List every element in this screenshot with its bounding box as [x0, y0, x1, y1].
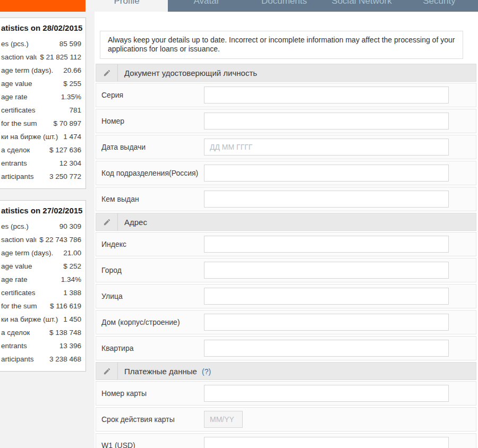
field-label: Номер — [96, 117, 204, 125]
tab-documents[interactable]: Documents — [245, 0, 323, 12]
stat-row: certificates 1 388 — [1, 286, 81, 299]
section-title-wrap: Платежные данные (?) — [118, 367, 211, 376]
stat-value: 3 250 772 — [46, 173, 81, 180]
stat-value: $ 127 636 — [46, 146, 81, 154]
field-label: Квартира — [96, 344, 204, 352]
dom-input[interactable] — [204, 314, 449, 331]
stat-row: articipants 3 250 772 — [1, 170, 81, 183]
help-link[interactable]: (?) — [202, 367, 211, 376]
kem-vydan-input[interactable] — [204, 191, 449, 208]
tab-avatar[interactable]: Avatar — [168, 0, 245, 12]
stat-value: 13 396 — [56, 342, 81, 350]
stat-label: es (pcs.) — [1, 40, 29, 48]
form-field-row: Дом (корпус/строение) — [96, 310, 476, 334]
stat-value: $ 255 — [60, 80, 81, 88]
form-field-row: Кем выдан — [96, 187, 476, 211]
stat-label: saction value — [1, 53, 37, 61]
form-field-row: Срок действия карты — [96, 407, 476, 432]
edit-pencil-icon[interactable] — [96, 363, 118, 380]
stat-row: age term (days). 21.00 — [1, 246, 81, 260]
form-field-row: Дата выдачи — [96, 135, 476, 159]
stat-label: ки на бирже (шт.) — [1, 315, 58, 323]
form-field-row: Улица — [96, 284, 476, 308]
field-label: Дом (корпус/строение) — [96, 318, 204, 326]
tab-security[interactable]: Security — [400, 0, 478, 12]
main-content: Always keep your details up to date. Inc… — [95, 12, 478, 448]
field-label: Номер карты — [96, 389, 204, 398]
stat-row: age rate 1.35% — [1, 90, 81, 104]
gorod-input[interactable] — [204, 262, 449, 279]
stat-row: age value $ 252 — [1, 260, 81, 273]
brand-orange-block — [0, 0, 86, 12]
kvartira-input[interactable] — [204, 340, 449, 357]
stat-row: age term (days). 20.66 — [1, 64, 81, 77]
field-label: Срок действия карты — [96, 415, 204, 424]
field-label: Индекс — [96, 240, 204, 248]
section-header: Платежные данные (?) — [96, 362, 476, 380]
stat-row: а сделок $ 138 748 — [1, 326, 81, 339]
form-field-row: W1 (USD) — [96, 433, 476, 448]
stat-label: age rate — [1, 93, 28, 101]
stat-row: а сделок $ 127 636 — [1, 143, 81, 157]
field-label: Серия — [96, 91, 204, 99]
stat-value: 3 238 468 — [46, 355, 81, 363]
stat-label: а сделок — [1, 146, 30, 154]
indeks-input[interactable] — [204, 236, 449, 253]
w1-usd-input[interactable] — [204, 437, 449, 448]
section-header: Документ удостоверющий личность — [96, 64, 476, 82]
stat-row: for the sum $ 116 619 — [1, 299, 81, 313]
notice-box: Always keep your details up to date. Inc… — [100, 31, 463, 59]
stat-row: es (pcs.) 85 599 — [1, 37, 81, 50]
section-header: Адрес — [96, 213, 476, 231]
stat-label: articipants — [1, 173, 34, 180]
stat-row: articipants 3 238 468 — [1, 352, 81, 366]
edit-pencil-icon[interactable] — [96, 64, 118, 81]
nomer-karty-input[interactable] — [204, 385, 449, 402]
stat-label: age value — [1, 262, 32, 270]
statistics-panel: atistics on 28/02/2015 es (pcs.) 85 599 … — [0, 18, 86, 189]
edit-pencil-icon[interactable] — [96, 213, 118, 230]
top-tab-bar: Profile Avatar Documents Social Network … — [0, 0, 478, 12]
form-field-row: Индекс — [96, 232, 476, 256]
tab-profile[interactable]: Profile — [86, 0, 168, 12]
tab-label: Security — [423, 0, 455, 7]
panel-title: atistics on 27/02/2015 — [1, 205, 81, 220]
section-title-wrap: Адрес — [118, 218, 147, 227]
form-field-row: Серия — [96, 83, 476, 107]
srok-deystviya-karty-input[interactable] — [204, 411, 243, 428]
seriya-input[interactable] — [204, 87, 449, 104]
tab-social-network[interactable]: Social Network — [323, 0, 400, 12]
form-field-row: Код подразделения(Россия) — [96, 161, 476, 185]
stat-row: saction value $ 22 743 786 — [1, 233, 81, 246]
stat-row: age rate 1.34% — [1, 273, 81, 286]
tab-bar: Avatar Documents Social Network Security — [168, 0, 478, 12]
section-title: Документ удостоверющий личность — [124, 68, 257, 77]
stat-row: ки на бирже (шт.) 1 474 — [1, 130, 81, 143]
stat-row: for the sum $ 70 897 — [1, 117, 81, 130]
data-vydachi-input[interactable] — [204, 139, 449, 156]
stat-value: $ 21 825 112 — [37, 53, 81, 61]
stat-value: 85 599 — [56, 40, 81, 48]
stat-label: entrants — [1, 159, 27, 167]
page: Always keep your details up to date. Inc… — [0, 0, 478, 448]
tab-label: Profile — [114, 0, 139, 7]
stat-label: certificates — [1, 106, 36, 114]
ulitsa-input[interactable] — [204, 288, 449, 305]
stat-label: for the sum — [1, 119, 37, 127]
stat-value: 1 474 — [60, 133, 81, 141]
field-label: W1 (USD) — [96, 441, 204, 448]
sections-host: Документ удостоверющий личность Серия Но… — [96, 64, 476, 448]
stat-label: age term (days). — [1, 66, 53, 74]
section-title: Платежные данные — [124, 367, 197, 376]
field-label: Город — [96, 266, 204, 274]
panel-rows: es (pcs.) 90 309 saction value $ 22 743 … — [1, 220, 81, 366]
kod-podrazdeleniya-input[interactable] — [204, 165, 449, 182]
stat-value: 20.66 — [60, 66, 81, 74]
stat-row: entrants 13 396 — [1, 339, 81, 352]
nomer-input[interactable] — [204, 113, 449, 130]
tab-label: Social Network — [331, 0, 391, 7]
stat-row: ки на бирже (шт.) 1 450 — [1, 313, 81, 326]
stat-label: saction value — [1, 236, 36, 244]
field-label: Кем выдан — [96, 195, 204, 203]
stat-row: es (pcs.) 90 309 — [1, 220, 81, 233]
